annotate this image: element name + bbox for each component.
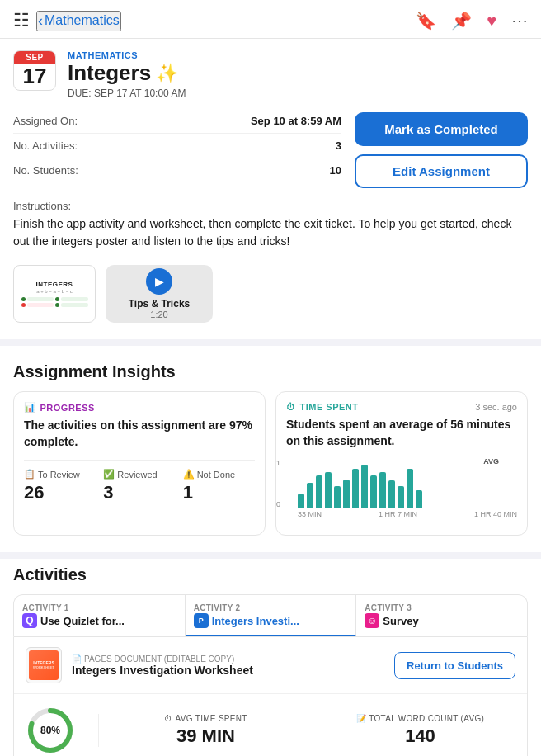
activity-metrics-row: 80% ⏱ AVG TIME SPENT 39 MIN 📝 TOTAL WORD… — [14, 694, 527, 756]
poster-subtitle: a + b = a + b = c — [36, 289, 73, 294]
avg-line — [492, 459, 492, 508]
students-row: No. Students: 10 — [13, 158, 341, 182]
progress-circle: 80% — [26, 706, 75, 755]
progress-text: The activities on this assignment are 97… — [24, 418, 255, 450]
not-done-label: ⚠️ Not Done — [183, 469, 248, 480]
to-review-label: 📋 To Review — [24, 469, 89, 480]
chart-bar-3 — [325, 472, 332, 508]
activities-title: Activities — [13, 565, 528, 584]
pages-icon: 📄 — [72, 654, 82, 664]
tab-2-title: P Integers Investi... — [194, 613, 348, 628]
time-bar-chart: 1 0 AVG 33 MIN 1 HR 7 MIN 1 HR 40 MIN — [286, 459, 517, 525]
back-button[interactable]: ‹ Mathematics — [36, 11, 121, 31]
poster-lines — [21, 297, 88, 307]
doc-thumb-inner: INTEGERS WORKSHEET — [29, 650, 59, 680]
chart-bar-6 — [352, 469, 359, 508]
tab-activity-2[interactable]: ACTIVITY 2 P Integers Investi... — [186, 595, 357, 636]
avg-time-label: ⏱ AVG TIME SPENT — [111, 714, 301, 723]
y-label-1: 1 — [276, 459, 280, 467]
time-text: Students spent an average of 56 minutes … — [286, 417, 517, 449]
stat-reviewed: ✅ Reviewed 3 — [96, 469, 176, 503]
sparkle-icon: ✨ — [156, 63, 178, 84]
tab-2-icon: P — [194, 613, 209, 628]
insights-title: Assignment Insights — [13, 362, 528, 381]
x-label-1hr7: 1 HR 7 MIN — [379, 510, 417, 518]
section-divider-1 — [0, 339, 541, 346]
word-count-metric: 📝 TOTAL WORD COUNT (AVG) 140 — [325, 714, 515, 747]
chart-bar-13 — [416, 490, 422, 508]
tab-3-title: ☺ Survey — [365, 613, 519, 628]
top-nav: ☷ ‹ Mathematics 🔖 📌 ♥ ⋯ — [0, 0, 541, 39]
assigned-row: Assigned On: Sep 10 at 8:59 AM — [13, 109, 341, 134]
activities-label: No. Activities: — [13, 139, 78, 152]
instructions-text: Finish the app activity and worksheet, t… — [13, 215, 528, 250]
instructions-label: Instructions: — [13, 200, 528, 212]
not-done-icon: ⚠️ — [183, 469, 195, 480]
tab-1-title: Q Use Quizlet for... — [22, 613, 176, 628]
tab-activity-3[interactable]: ACTIVITY 3 ☺ Survey — [356, 595, 527, 636]
time-ago-label: 3 sec. ago — [475, 402, 517, 412]
chart-bar-8 — [370, 475, 377, 508]
avg-time-value: 39 MIN — [111, 725, 301, 747]
due-date: DUE: SEP 17 AT 10:00 AM — [68, 87, 528, 99]
tab-2-sub: ACTIVITY 2 — [194, 603, 348, 612]
bookmark-icon[interactable]: 🔖 — [416, 11, 436, 31]
pin-icon[interactable]: 📌 — [451, 11, 472, 31]
stat-to-review: 📋 To Review 26 — [24, 469, 96, 503]
title-text: Integers — [68, 60, 151, 86]
return-to-students-button[interactable]: Return to Students — [394, 652, 515, 679]
word-icon: 📝 — [356, 714, 366, 723]
chevron-left-icon: ‹ — [38, 12, 43, 30]
word-count-label: 📝 TOTAL WORD COUNT (AVG) — [325, 714, 515, 723]
heart-icon[interactable]: ♥ — [487, 12, 496, 31]
video-attachment[interactable]: ▶ Tips & Tricks 1:20 — [106, 265, 213, 323]
insights-section: Assignment Insights 📊 PROGRESS The activ… — [0, 349, 541, 549]
time-header: ⏱ TIME SPENT 3 sec. ago — [286, 402, 517, 412]
chart-bar-1 — [307, 483, 313, 508]
clock-icon: ⏱ — [164, 714, 172, 723]
metric-divider-1 — [98, 714, 99, 747]
nav-right: 🔖 📌 ♥ ⋯ — [416, 11, 528, 31]
activity-tabs: ACTIVITY 1 Q Use Quizlet for... ACTIVITY… — [13, 594, 528, 636]
header-title-block: MATHEMATICS Integers ✨ DUE: SEP 17 AT 10… — [68, 50, 528, 99]
poster-line-2 — [21, 303, 88, 307]
doc-thumbnail: INTEGERS WORKSHEET — [26, 647, 62, 683]
edit-assignment-button[interactable]: Edit Assignment — [355, 154, 528, 188]
mark-completed-button[interactable]: Mark as Completed — [355, 112, 528, 146]
assigned-value: Sep 10 at 8:59 AM — [251, 115, 341, 127]
subject-label: MATHEMATICS — [68, 50, 528, 60]
back-label: Mathematics — [45, 13, 120, 28]
x-labels: 33 MIN 1 HR 7 MIN 1 HR 40 MIN — [286, 510, 517, 518]
assigned-label: Assigned On: — [13, 115, 78, 127]
time-card: ⏱ TIME SPENT 3 sec. ago Students spent a… — [275, 391, 528, 536]
nav-left: ☷ ‹ Mathematics — [13, 10, 121, 31]
activity-doc-row: INTEGERS WORKSHEET 📄 PAGES DOCUMENT (EDI… — [14, 637, 527, 694]
chart-bar-7 — [361, 465, 368, 508]
y-labels: 1 0 — [276, 459, 280, 508]
chart-bar-5 — [343, 480, 350, 508]
y-label-0: 0 — [276, 500, 280, 508]
chart-bar-12 — [407, 469, 413, 508]
time-icon: ⏱ — [286, 402, 296, 412]
chart-bar-4 — [334, 486, 341, 508]
more-icon[interactable]: ⋯ — [511, 11, 528, 31]
progress-stats: 📋 To Review 26 ✅ Reviewed 3 ⚠️ Not Done — [24, 460, 255, 503]
avg-label: AVG — [483, 457, 499, 465]
progress-header: 📊 PROGRESS — [24, 402, 255, 413]
sidebar-icon[interactable]: ☷ — [13, 10, 30, 31]
poster-attachment[interactable]: INTEGERS a + b = a + b = c — [13, 265, 96, 323]
tab-3-sub: ACTIVITY 3 — [365, 603, 519, 612]
progress-icon: 📊 — [24, 402, 36, 413]
progress-label: PROGRESS — [40, 403, 95, 413]
x-label-33: 33 MIN — [298, 510, 322, 518]
insights-cards: 📊 PROGRESS The activities on this assign… — [13, 391, 528, 536]
not-done-value: 1 — [183, 482, 248, 503]
tab-activity-1[interactable]: ACTIVITY 1 Q Use Quizlet for... — [14, 595, 186, 636]
calendar-day: 17 — [23, 64, 47, 90]
poster-title: INTEGERS — [36, 281, 73, 288]
play-button[interactable]: ▶ — [146, 268, 172, 295]
section-divider-2 — [0, 552, 541, 559]
chart-bar-10 — [388, 480, 395, 508]
video-label: Tips & Tricks — [129, 298, 190, 309]
doc-info: 📄 PAGES DOCUMENT (EDITABLE COPY) Integer… — [72, 654, 384, 677]
